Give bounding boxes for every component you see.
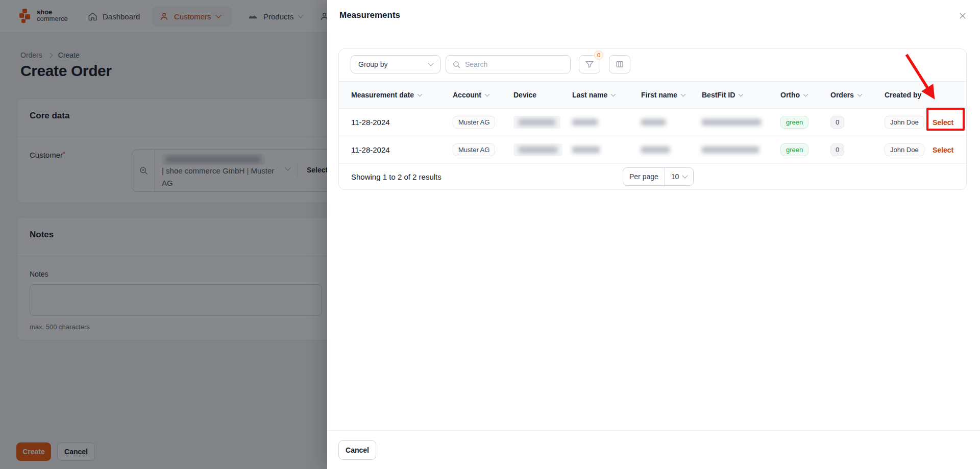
per-page-value: 10 (671, 172, 679, 181)
cell-firstname-redacted (641, 146, 670, 153)
group-by-label: Group by (358, 60, 388, 68)
cell-date: 11-28-2024 (351, 118, 453, 127)
created-by-badge: John Doe (885, 116, 924, 129)
col-bestfit-id[interactable]: BestFit ID (702, 91, 780, 99)
cell-date: 11-28-2024 (351, 145, 453, 154)
columns-icon (615, 60, 624, 69)
per-page-label: Per page (623, 168, 665, 185)
sort-icon (680, 91, 685, 96)
cell-device-redacted (513, 143, 562, 156)
filter-icon (585, 60, 594, 69)
close-icon (958, 11, 967, 20)
columns-button[interactable] (609, 55, 630, 73)
drawer-footer: Cancel (327, 430, 980, 469)
drawer-cancel-button[interactable]: Cancel (338, 440, 376, 460)
select-row-button[interactable]: Select (933, 146, 953, 154)
table-pagination: Showing 1 to 2 of 2 results Per page 10 (339, 164, 966, 190)
table-toolbar: Group by 0 (339, 55, 966, 73)
col-orders[interactable]: Orders (830, 91, 885, 99)
sort-icon (857, 91, 862, 96)
account-badge: Muster AG (453, 143, 495, 156)
col-ortho[interactable]: Ortho (780, 91, 830, 99)
screen: shoe commerce Dashboard Customers Produc… (0, 0, 980, 469)
per-page-control[interactable]: Per page 10 (623, 167, 694, 186)
chevron-down-icon (428, 60, 433, 66)
group-by-select[interactable]: Group by (351, 55, 440, 73)
col-device: Device (513, 91, 572, 99)
table-row: 11-28-2024 Muster AG green 0 John Doe Se… (339, 136, 966, 164)
close-button[interactable] (956, 9, 969, 22)
sort-icon (611, 91, 616, 96)
sort-icon (803, 91, 808, 96)
sort-icon (417, 91, 422, 96)
col-measurement-date[interactable]: Measurement date (351, 91, 453, 99)
col-first-name[interactable]: First name (641, 91, 702, 99)
ortho-status-badge: green (780, 116, 808, 129)
cell-device-redacted (513, 116, 560, 129)
cell-lastname-redacted (572, 119, 598, 126)
annotation-arrow (902, 51, 943, 110)
ortho-status-badge: green (780, 143, 808, 156)
cell-firstname-redacted (641, 119, 666, 126)
drawer-title: Measurements (339, 10, 400, 20)
search-input[interactable] (465, 60, 557, 68)
search-icon (452, 60, 461, 69)
chevron-down-icon (682, 172, 688, 178)
cell-lastname-redacted (572, 146, 600, 153)
sort-icon (739, 91, 744, 96)
cell-bestfit-redacted (702, 146, 759, 153)
search-box[interactable] (446, 55, 571, 73)
results-summary: Showing 1 to 2 of 2 results (351, 172, 442, 181)
col-last-name[interactable]: Last name (572, 91, 641, 99)
sort-icon (485, 91, 490, 96)
col-account[interactable]: Account (453, 91, 513, 99)
cell-bestfit-redacted (702, 119, 761, 126)
annotation-highlight-box (926, 108, 965, 131)
table-row: 11-28-2024 Muster AG green 0 John Doe Se… (339, 109, 966, 136)
table-header-row: Measurement date Account Device Last nam… (339, 81, 966, 109)
orders-count-badge: 0 (830, 143, 844, 156)
filter-count-badge: 0 (594, 51, 603, 60)
measurements-drawer: Measurements Group by 0 (327, 0, 980, 469)
measurements-table-card: Group by 0 Measurement date Account (338, 48, 967, 190)
account-badge: Muster AG (453, 116, 495, 129)
created-by-badge: John Doe (885, 143, 924, 156)
orders-count-badge: 0 (830, 116, 844, 129)
